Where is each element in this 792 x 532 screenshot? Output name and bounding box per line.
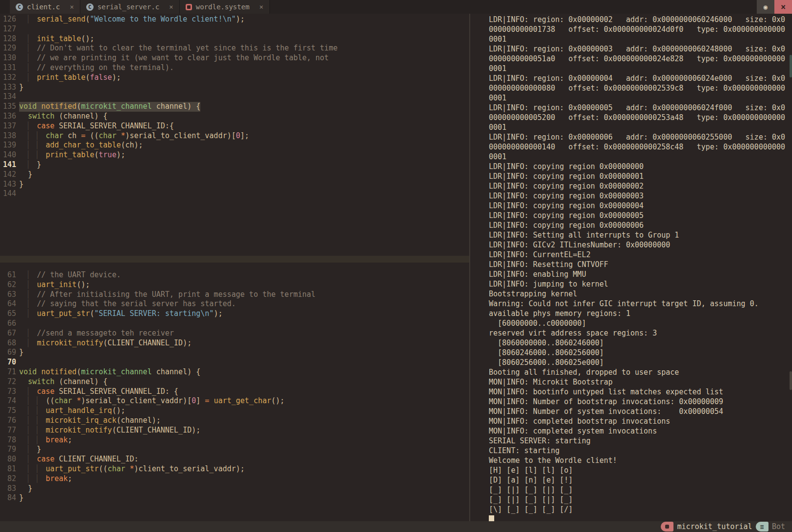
- line-number: 71: [0, 367, 16, 377]
- terminal-line: [D] [a] [n] [e] [!]: [489, 475, 792, 485]
- line-number: 139: [0, 141, 16, 150]
- code-line-71: 71void notified(microkit_channel channel…: [0, 367, 469, 377]
- code-text: ▏ ▏ microkit_irq_ack(channel);: [19, 416, 161, 426]
- code-line-136: 136 switch (channel) {: [0, 112, 469, 121]
- line-number: 74: [0, 396, 16, 406]
- line-number: 141: [0, 160, 16, 170]
- line-number: 76: [0, 416, 16, 426]
- line-number: 143: [0, 180, 16, 190]
- code-line-84: 84}: [0, 493, 469, 503]
- code-line-72: 72 switch (channel) {: [0, 377, 469, 387]
- terminal-line: LDR|INFO: copying region 0x00000001: [489, 171, 792, 181]
- editor-window: Cclient.c×Cserial_server.c×wordle.system…: [0, 0, 792, 532]
- mode-badge-icon[interactable]: ≡: [756, 522, 768, 532]
- code-line-79: 79 ▏ }: [0, 445, 469, 455]
- code-text: void notified(microkit_channel channel) …: [19, 367, 200, 377]
- terminal-line: LDR|INFO: copying region 0x00000004: [489, 201, 792, 211]
- terminal-line: 000000000000140 offset: 0x0000000000258c…: [489, 142, 792, 152]
- terminal-line: Bootstrapping kernel: [489, 289, 792, 299]
- line-number: 144: [0, 189, 16, 199]
- tab-client-c[interactable]: Cclient.c×: [10, 0, 80, 14]
- terminal-line: Welcome to the Wordle client!: [489, 456, 792, 465]
- tab-bar: Cclient.c×Cserial_server.c×wordle.system…: [0, 0, 792, 14]
- tab-serial_server-c[interactable]: Cserial_server.c×: [80, 0, 180, 14]
- code-line-142: 142 }: [0, 170, 469, 180]
- terminal-output: LDR|INFO: region: 0x00000002 addr: 0x000…: [489, 15, 792, 514]
- terminal-line: MON|INFO: Number of system invocations: …: [489, 407, 792, 416]
- code-text: }: [19, 484, 32, 494]
- terminal-line: LDR|INFO: region: 0x00000002 addr: 0x000…: [489, 15, 792, 24]
- terminal-line: LDR|INFO: jumping to kernel: [489, 279, 792, 289]
- code-line-127: 127: [0, 24, 469, 34]
- view-toggle-button[interactable]: ◉: [757, 0, 774, 14]
- line-number: 69: [0, 348, 16, 358]
- code-text: }: [19, 170, 32, 180]
- code-text: ▏ print_table(false);: [19, 73, 121, 83]
- system-file-icon: [186, 4, 192, 10]
- line-number: 128: [0, 34, 16, 44]
- code-line-134: 134: [0, 92, 469, 102]
- terminal-line: [_] [|] [_] [|] [_]: [489, 495, 792, 505]
- tab-close-icon[interactable]: ×: [259, 3, 263, 11]
- terminal-line: MON|INFO: Microkit Bootstrap: [489, 377, 792, 387]
- code-text: ▏ // Don't want to clear the terminal ye…: [19, 44, 337, 53]
- terminal-line: 0001: [489, 64, 792, 73]
- code-line-132: 132 ▏ print_table(false);: [0, 73, 469, 83]
- terminal-line: 000000000000080 offset: 0x00000000002539…: [489, 83, 792, 93]
- line-number: 65: [0, 309, 16, 319]
- line-number: 81: [0, 464, 16, 474]
- code-line-69: 69}: [0, 348, 469, 358]
- terminal-line: [H] [e] [l] [l] [o]: [489, 465, 792, 475]
- terminal-line: [8060256000..806025e000]: [489, 358, 792, 367]
- code-line-133: 133}: [0, 83, 469, 93]
- eye-icon: ◉: [764, 3, 768, 11]
- code-line-76: 76 ▏ ▏ microkit_irq_ack(channel);: [0, 416, 469, 426]
- tab-bar-tabs: Cclient.c×Cserial_server.c×wordle.system…: [10, 0, 270, 14]
- code-line-82: 82 ▏ ▏ break;: [0, 474, 469, 484]
- terminal-line: Warning: Could not infer GIC interrupt t…: [489, 299, 792, 309]
- code-text: ▏ case SERIAL_SERVER_CHANNEL_ID:{: [19, 121, 174, 131]
- line-number: 79: [0, 445, 16, 455]
- session-name[interactable]: microkit_tutorial: [677, 522, 752, 531]
- terminal-pane[interactable]: LDR|INFO: region: 0x00000002 addr: 0x000…: [470, 14, 792, 521]
- line-number: 130: [0, 53, 16, 63]
- pane-divider-horizontal[interactable]: [0, 256, 469, 263]
- code-line-65: 65 ▏ uart_put_str("SERIAL SERVER: starti…: [0, 309, 469, 319]
- tab-close-icon[interactable]: ×: [70, 3, 73, 11]
- line-number: 142: [0, 170, 16, 180]
- tab-wordle-system[interactable]: wordle.system×: [180, 0, 270, 14]
- terminal-scrollbar-thumb-secondary[interactable]: [790, 371, 792, 390]
- line-number: 72: [0, 377, 16, 387]
- code-line-144: 144: [0, 189, 469, 199]
- code-line-77: 77 ▏ ▏ microkit_notify(CLIENT_CHANNEL_ID…: [0, 426, 469, 435]
- editor-pane-client-c[interactable]: 126 ▏ serial_send("Welcome to the Wordle…: [0, 14, 469, 256]
- line-number: 140: [0, 150, 16, 160]
- line-number: 73: [0, 387, 16, 397]
- editor-pane-serial-server-c[interactable]: 61 ▏ // the UART device.62 ▏ uart_init()…: [0, 263, 469, 521]
- line-number: 133: [0, 83, 16, 93]
- terminal-line: LDR|INFO: Setting all interrupts to Grou…: [489, 230, 792, 240]
- code-text: ▏ // we are printing it (we want to clea…: [19, 53, 329, 63]
- code-text: switch (channel) {: [19, 377, 108, 387]
- terminal-line: LDR|INFO: copying region 0x00000006: [489, 220, 792, 230]
- terminal-line: reserved virt address space regions: 3: [489, 328, 792, 338]
- line-number: 77: [0, 426, 16, 435]
- terminal-scrollbar-thumb[interactable]: [790, 55, 792, 77]
- tab-close-icon[interactable]: ×: [169, 3, 173, 11]
- window-close-button[interactable]: ×: [774, 0, 792, 14]
- code-text: ▏ ▏ break;: [19, 435, 72, 445]
- code-line-131: 131 ▏ // everything on the terminal).: [0, 63, 469, 73]
- code-text: void notified(microkit_channel channel) …: [19, 102, 200, 112]
- terminal-line: 0001: [489, 152, 792, 162]
- line-number: 131: [0, 63, 16, 73]
- mode-name[interactable]: Bot: [772, 522, 785, 531]
- list-icon: ≡: [760, 523, 764, 531]
- code-text: ▏ microkit_notify(CLIENT_CHANNEL_ID);: [19, 339, 192, 348]
- terminal-line: LDR|INFO: region: 0x00000005 addr: 0x000…: [489, 103, 792, 113]
- terminal-line: LDR|INFO: GICv2 ITLinesNumber: 0x0000000…: [489, 240, 792, 250]
- terminal-cursor-line: [489, 514, 792, 521]
- line-number: 63: [0, 290, 16, 300]
- terminal-line: LDR|INFO: region: 0x00000004 addr: 0x000…: [489, 73, 792, 83]
- code-line-126: 126 ▏ serial_send("Welcome to the Wordle…: [0, 15, 469, 24]
- session-badge-icon[interactable]: [661, 522, 673, 532]
